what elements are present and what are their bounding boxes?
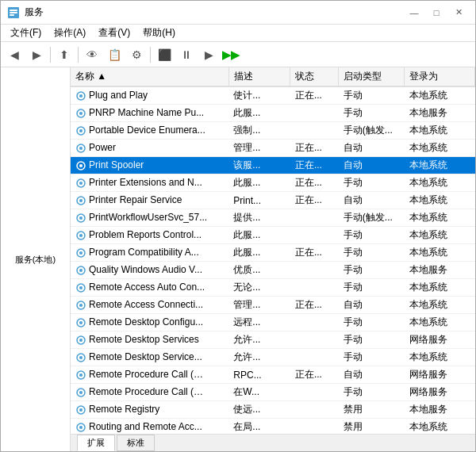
service-desc: 提供... (228, 209, 290, 227)
service-status (290, 419, 339, 435)
service-login: 本地系统 (405, 157, 475, 174)
service-name: Problem Reports Control... (71, 227, 228, 244)
service-startup: 自动 (339, 157, 405, 174)
service-login: 本地系统 (405, 314, 475, 331)
header-status[interactable]: 状态 (290, 67, 339, 86)
table-row[interactable]: Remote Desktop Configu...远程...手动本地系统 (71, 314, 475, 331)
service-name: Remote Procedure Call (… (71, 384, 228, 401)
restart-button[interactable]: ▶▶ (221, 44, 241, 65)
service-status: 正在... (290, 140, 339, 157)
service-login: 本地系统 (405, 297, 475, 314)
table-row[interactable]: Remote Desktop Service...允许...手动本地系统 (71, 349, 475, 366)
service-status (290, 262, 339, 279)
service-status (290, 314, 339, 331)
services-table-container[interactable]: 名称 ▲ 描述 状态 启动类型 登录为 Plug and Play使计...正在… (71, 67, 475, 434)
menu-item-h[interactable]: 帮助(H) (136, 25, 182, 41)
service-desc: 管理... (228, 297, 290, 314)
service-name: Print Spooler (71, 157, 228, 174)
close-button[interactable]: ✕ (448, 5, 469, 21)
table-row[interactable]: Routing and Remote Acc...在局...禁用本地系统 (71, 419, 475, 435)
table-row[interactable]: Plug and Play使计...正在...手动本地系统 (71, 86, 475, 105)
svg-point-5 (79, 94, 83, 98)
menu-item-v[interactable]: 查看(V) (92, 25, 136, 41)
header-desc[interactable]: 描述 (228, 67, 290, 86)
app-icon (7, 6, 20, 19)
service-startup: 自动 (339, 366, 405, 384)
table-row[interactable]: PNRP Machine Name Pu...此服...手动本地服务 (71, 105, 475, 122)
maximize-button[interactable]: □ (426, 5, 447, 21)
service-startup: 手动 (339, 349, 405, 366)
header-name[interactable]: 名称 ▲ (71, 67, 228, 86)
table-row[interactable]: Remote Registry使远...禁用本地服务 (71, 401, 475, 419)
svg-point-19 (79, 216, 83, 220)
stop-button[interactable]: ⬛ (154, 44, 175, 65)
service-name: PNRP Machine Name Pu... (71, 105, 228, 122)
service-desc: 无论... (228, 279, 290, 297)
svg-point-29 (79, 304, 83, 307)
tab-standard[interactable]: 标准 (117, 435, 155, 451)
service-login: 本地系统 (405, 419, 475, 435)
table-row[interactable]: Program Compatibility A...此服...正在...手动本地… (71, 244, 475, 262)
service-login: 网络服务 (405, 366, 475, 384)
sidebar: 服务(本地) (1, 67, 71, 451)
service-startup: 手动 (339, 174, 405, 192)
export-button[interactable]: 📋 (104, 44, 125, 65)
service-desc: 此服... (228, 244, 290, 262)
service-startup: 手动 (339, 86, 405, 105)
forward-button[interactable]: ▶ (26, 44, 47, 65)
table-row[interactable]: Printer Repair ServicePrint...正在...自动本地系… (71, 192, 475, 209)
service-login: 本地系统 (405, 192, 475, 209)
svg-point-21 (79, 234, 83, 237)
service-startup: 手动(触发... (339, 122, 405, 140)
table-row[interactable]: Portable Device Enumera...强制...手动(触发...本… (71, 122, 475, 140)
service-status (290, 227, 339, 244)
minimize-button[interactable]: — (404, 5, 424, 21)
table-row[interactable]: Print Spooler该服...正在...自动本地系统 (71, 157, 475, 174)
table-row[interactable]: Remote Access Connecti...管理...正在...自动本地系… (71, 297, 475, 314)
svg-rect-2 (10, 12, 17, 13)
service-login: 本地系统 (405, 140, 475, 157)
service-desc: 远程... (228, 314, 290, 331)
table-row[interactable]: Quality Windows Audio V...优质...手动本地服务 (71, 262, 475, 279)
up-button[interactable]: ⬆ (54, 44, 75, 65)
header-startup[interactable]: 启动类型 (339, 67, 405, 86)
svg-rect-3 (10, 14, 14, 16)
service-status (290, 209, 339, 227)
header-login[interactable]: 登录为 (405, 67, 475, 86)
svg-point-9 (79, 129, 83, 132)
service-login: 本地服务 (405, 401, 475, 419)
service-name: Quality Windows Audio V... (71, 262, 228, 279)
table-row[interactable]: Remote Procedure Call (…在W...手动网络服务 (71, 384, 475, 401)
table-row[interactable]: Remote Procedure Call (…RPC...正在...自动网络服… (71, 366, 475, 384)
service-desc: 该服... (228, 157, 290, 174)
title-bar-left: 服务 (7, 6, 44, 19)
resume-button[interactable]: ▶ (198, 44, 219, 65)
service-name: Portable Device Enumera... (71, 122, 228, 140)
table-row[interactable]: Printer Extensions and N...此服...正在...手动本… (71, 174, 475, 192)
show-hide-button[interactable]: 👁 (82, 44, 102, 65)
service-name: Remote Procedure Call (… (71, 366, 228, 384)
table-row[interactable]: Power管理...正在...自动本地系统 (71, 140, 475, 157)
svg-rect-1 (10, 10, 17, 11)
back-button[interactable]: ◀ (4, 44, 25, 65)
menu-item-f[interactable]: 文件(F) (4, 25, 48, 41)
toolbar-separator-3 (150, 47, 151, 63)
table-row[interactable]: Problem Reports Control...此服...手动本地系统 (71, 227, 475, 244)
service-status (290, 279, 339, 297)
menu-item-a[interactable]: 操作(A) (48, 25, 92, 41)
service-desc: 在局... (228, 419, 290, 435)
tab-expand[interactable]: 扩展 (77, 435, 115, 451)
table-row[interactable]: Remote Access Auto Con...无论...手动本地系统 (71, 279, 475, 297)
service-startup: 自动 (339, 297, 405, 314)
pause-button[interactable]: ⏸ (176, 44, 197, 65)
table-row[interactable]: Remote Desktop Services允许...手动网络服务 (71, 331, 475, 349)
svg-point-27 (79, 286, 83, 289)
service-desc: 使计... (228, 86, 290, 105)
services-table: 名称 ▲ 描述 状态 启动类型 登录为 Plug and Play使计...正在… (71, 67, 475, 434)
properties-button[interactable]: ⚙ (126, 44, 147, 65)
svg-point-41 (79, 408, 83, 412)
service-startup: 手动 (339, 384, 405, 401)
svg-point-11 (79, 147, 83, 150)
service-desc: 此服... (228, 174, 290, 192)
table-row[interactable]: PrintWorkflowUserSvc_57...提供...手动(触发...本… (71, 209, 475, 227)
